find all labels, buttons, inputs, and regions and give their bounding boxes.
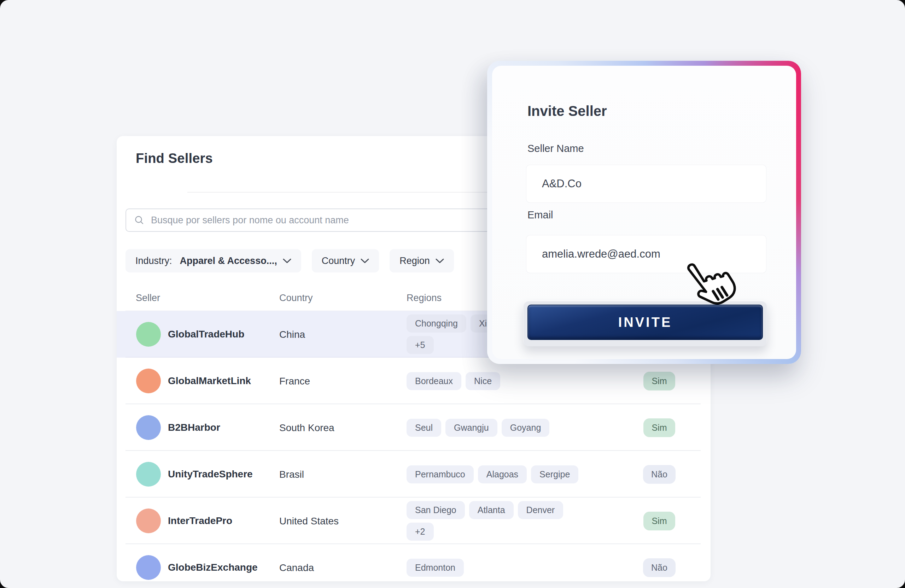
more-regions-chip: +5	[406, 336, 434, 354]
region-filter[interactable]: Region	[390, 249, 454, 273]
chevron-down-icon	[435, 258, 444, 264]
region-chip: Sergipe	[531, 465, 578, 483]
seller-country: United States	[279, 515, 339, 527]
seller-name: GlobalMarketLink	[168, 375, 251, 387]
status-badge-cell: Sim	[633, 498, 686, 544]
table-row[interactable]: InterTradePro United States San DiegoAtl…	[117, 498, 711, 544]
email-field[interactable]	[541, 247, 751, 261]
region-chip: Seul	[406, 419, 441, 437]
avatar	[136, 322, 161, 347]
table-row[interactable]: GlobeBizExchange Canada Edmonton Não	[117, 544, 711, 581]
region-chip: Pernambuco	[406, 465, 474, 483]
invite-seller-modal: Invite Seller Seller Name Email INVITE	[487, 61, 801, 364]
seller-country: China	[279, 329, 305, 340]
industry-filter[interactable]: Industry:Apparel & Accesso...,	[125, 249, 301, 273]
region-chip: Atlanta	[469, 501, 514, 519]
region-chip: Bordeaux	[406, 372, 461, 390]
seller-name: GlobeBizExchange	[168, 562, 258, 573]
invite-button-base: INVITE	[523, 300, 767, 346]
chevron-down-icon	[360, 258, 369, 264]
avatar	[136, 555, 161, 580]
region-chips: San DiegoAtlantaDenver+2	[406, 498, 619, 544]
table-row[interactable]: B2BHarbor South Korea SeulGwangjuGoyang …	[117, 404, 711, 451]
more-regions-chip: +2	[406, 523, 434, 540]
page-title: Find Sellers	[136, 151, 213, 166]
seller-name: InterTradePro	[168, 515, 232, 526]
status-badge-cell: Sim	[633, 404, 686, 451]
avatar	[136, 369, 161, 393]
seller-country: France	[279, 376, 310, 387]
country-filter[interactable]: Country	[312, 249, 379, 273]
region-chip: Goyang	[502, 419, 550, 437]
invite-button[interactable]: INVITE	[527, 304, 763, 340]
seller-name: UnityTradeSphere	[168, 469, 253, 480]
status-badge-cell: Não	[633, 451, 686, 498]
seller-name: B2BHarbor	[168, 422, 220, 433]
status-badge-cell: Não	[633, 544, 686, 581]
seller-name-field-wrap	[526, 165, 766, 203]
table-header-country: Country	[279, 293, 313, 304]
region-chips: Edmonton	[406, 544, 619, 581]
table-header-seller: Seller	[136, 293, 160, 304]
seller-country: Brasil	[279, 469, 304, 480]
invite-seller-modal-card: Invite Seller Seller Name Email INVITE	[492, 66, 796, 359]
region-filter-label: Region	[400, 255, 430, 266]
seller-country: South Korea	[279, 422, 334, 434]
email-label: Email	[527, 209, 553, 221]
status-badge: Não	[643, 558, 676, 577]
modal-title: Invite Seller	[527, 103, 607, 119]
table-row[interactable]: GlobalMarketLink France BordeauxNice Sim	[117, 358, 711, 404]
avatar	[136, 415, 161, 440]
status-badge: Sim	[643, 512, 675, 530]
status-badge: Sim	[643, 372, 675, 390]
region-chip: Denver	[518, 501, 564, 519]
status-badge: Sim	[643, 418, 675, 437]
region-chip: Gwangju	[445, 419, 497, 437]
region-chip: Edmonton	[406, 559, 464, 577]
country-filter-label: Country	[322, 255, 355, 266]
avatar	[136, 462, 161, 487]
chevron-down-icon	[283, 258, 291, 264]
table-header-regions: Regions	[406, 293, 441, 304]
search-icon	[134, 215, 144, 225]
seller-country: Canada	[279, 562, 314, 574]
seller-name-field[interactable]	[541, 177, 751, 190]
filter-bar: Industry:Apparel & Accesso..., Country R…	[125, 249, 454, 273]
status-badge: Não	[643, 465, 676, 484]
seller-name-label: Seller Name	[527, 143, 584, 154]
email-field-wrap	[526, 235, 766, 273]
industry-filter-label: Industry:	[135, 255, 172, 266]
industry-filter-value: Apparel & Accesso...,	[180, 255, 277, 266]
status-badge-cell: Sim	[633, 358, 686, 404]
seller-name: GlobalTradeHub	[168, 329, 244, 340]
region-chips: PernambucoAlagoasSergipe	[406, 451, 619, 498]
table-row[interactable]: UnityTradeSphere Brasil PernambucoAlagoa…	[117, 451, 711, 498]
region-chip: Nice	[465, 372, 500, 390]
region-chip: Alagoas	[478, 465, 527, 483]
app-background: Find Sellers Industry:Apparel & Accesso.…	[0, 0, 905, 588]
avatar	[136, 509, 161, 533]
region-chips: BordeauxNice	[406, 358, 619, 404]
region-chips: SeulGwangjuGoyang	[406, 404, 619, 451]
region-chip: San Diego	[406, 501, 465, 519]
region-chip: Chongqing	[406, 314, 466, 333]
